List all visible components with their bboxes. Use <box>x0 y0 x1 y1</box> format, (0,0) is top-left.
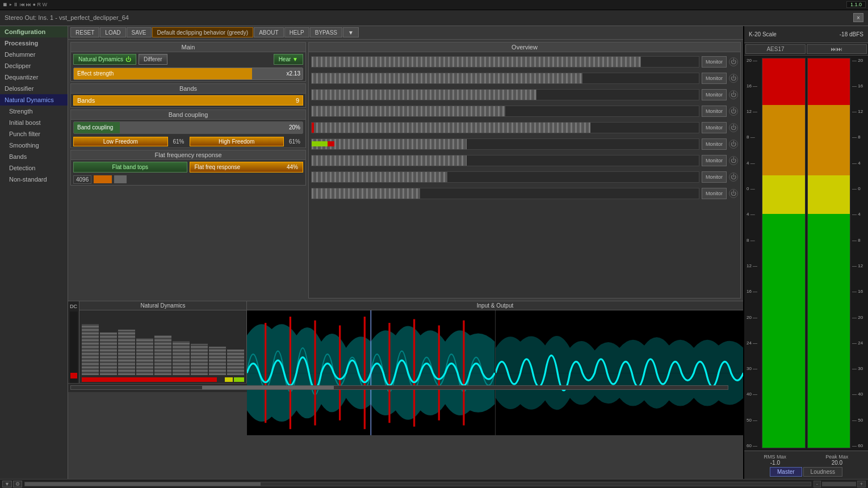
vu-rmark-4-bot: — 4 <box>852 212 866 217</box>
scroll-minus-btn[interactable]: - <box>814 481 821 487</box>
default-button[interactable]: Default declipping behavior (greedy) <box>152 27 254 37</box>
sidebar-item-strength[interactable]: Strength <box>0 106 68 117</box>
vu-rmark-16-bot: — 16 <box>852 289 866 294</box>
monitor-power-9[interactable]: ⏻ <box>729 189 738 198</box>
sidebar-item-dehummer[interactable]: Dehummer <box>0 49 68 60</box>
sidebar-item-delossifier[interactable]: Delossifier <box>0 83 68 94</box>
waveform-left <box>247 310 496 435</box>
nd-green-ind <box>234 377 244 382</box>
overview-row-5: Monitor ⏻ <box>311 120 738 135</box>
differer-button[interactable]: Differer <box>139 54 167 65</box>
sidebar-item-dequantizer[interactable]: Dequantizer <box>0 71 68 83</box>
vu-tab-loudness[interactable]: Loudness <box>803 467 842 477</box>
band-bar-9 <box>311 188 699 199</box>
scrollbar-thumb[interactable] <box>202 386 333 389</box>
monitor-btn-7[interactable]: Monitor <box>702 155 727 166</box>
monitor-power-7[interactable]: ⏻ <box>729 156 738 165</box>
band-bar-8 <box>311 171 699 183</box>
vu-skip-button[interactable]: ⏭⏭ <box>807 44 867 54</box>
natural-dynamics-button[interactable]: Natural Dynamics ⏻ <box>73 54 136 65</box>
vu-mark-40: 40 — <box>747 392 760 397</box>
close-button[interactable]: × <box>853 13 863 22</box>
about-button[interactable]: ABOUT <box>254 27 283 37</box>
overview-section: Overview Monitor ⏻ <box>308 42 741 298</box>
extra-settings-btn[interactable]: ⚙ <box>13 481 22 487</box>
vu-orange-zone-left <box>762 105 805 175</box>
reset-button[interactable]: RESET <box>70 27 99 37</box>
monitor-power-6[interactable]: ⏻ <box>729 140 738 149</box>
natural-dynamics-power-icon[interactable]: ⏻ <box>125 56 131 62</box>
monitor-btn-6[interactable]: Monitor <box>702 138 727 150</box>
band-bar-6 <box>311 138 699 150</box>
load-button[interactable]: LOAD <box>100 27 125 37</box>
vu-rmark-12-bot: — 12 <box>852 263 866 268</box>
nd-bar-8 <box>209 347 226 375</box>
vu-rmark-0: — 0 <box>852 186 866 191</box>
vu-mark-12: 12 — <box>747 109 760 114</box>
sidebar-item-punch-filter[interactable]: Punch filter <box>0 128 68 140</box>
low-freedom-button[interactable]: Low Freedom <box>73 137 168 146</box>
monitor-btn-8[interactable]: Monitor <box>702 171 727 183</box>
plugin-title: Stereo Out: Ins. 1 - vst_perfect_declipp… <box>5 14 129 21</box>
sidebar-section-processing[interactable]: Processing <box>0 37 68 49</box>
waveform-left-overlay <box>247 310 495 435</box>
monitor-btn-5[interactable]: Monitor <box>702 122 727 133</box>
top-menu-bar: RESET LOAD SAVE Default declipping behav… <box>68 26 743 40</box>
sidebar: Configuration Processing Dehummer Declip… <box>0 26 68 479</box>
natural-dynamics-display-title: Natural Dynamics <box>79 301 246 310</box>
zoom-value: 4096 <box>73 175 91 184</box>
monitor-power-8[interactable]: ⏻ <box>729 173 738 182</box>
sidebar-item-natural-dynamics[interactable]: Natural Dynamics <box>0 94 68 106</box>
hear-button[interactable]: Hear ▼ <box>274 54 303 65</box>
monitor-btn-3[interactable]: Monitor <box>702 89 727 100</box>
bands-section: Bands Bands 9 <box>70 83 306 108</box>
zoom-gray-bar <box>114 175 127 183</box>
monitor-power-3[interactable]: ⏻ <box>729 90 738 99</box>
sidebar-item-declipper[interactable]: Declipper <box>0 60 68 71</box>
scrollbar-track[interactable] <box>70 385 728 390</box>
bands-selector[interactable]: Bands 9 <box>73 95 303 106</box>
flat-band-tops-button[interactable]: Flat band tops <box>73 162 187 173</box>
dc-indicator <box>70 373 77 378</box>
monitor-btn-9[interactable]: Monitor <box>702 188 727 199</box>
monitor-power-5[interactable]: ⏻ <box>729 123 738 132</box>
sidebar-item-initial-boost[interactable]: Initial boost <box>0 117 68 128</box>
scroll-plus-btn[interactable]: + <box>857 481 866 487</box>
monitor-btn-4[interactable]: Monitor <box>702 106 727 117</box>
vu-mark-8-bot: 8 — <box>747 238 760 243</box>
sidebar-item-smoothing[interactable]: Smoothing <box>0 140 68 151</box>
extra-button[interactable]: ▼ <box>343 27 359 37</box>
zoom-slider[interactable] <box>822 482 856 486</box>
nd-bar-6 <box>173 341 190 375</box>
monitor-power-4[interactable]: ⏻ <box>729 107 738 116</box>
bypass-button[interactable]: BYPASS <box>310 27 342 37</box>
zoom-orange-bar <box>94 175 112 183</box>
settings-gear-btn[interactable]: ▼ <box>2 481 12 487</box>
save-button[interactable]: SAVE <box>127 27 152 37</box>
overview-title: Overview <box>309 43 740 52</box>
hear-arrow: ▼ <box>292 56 298 62</box>
sidebar-item-configuration[interactable]: Configuration <box>0 26 68 37</box>
high-freedom-button[interactable]: High Freedom <box>190 137 284 146</box>
sidebar-item-non-standard[interactable]: Non-standard <box>0 174 68 185</box>
scrollbar-thumb-main[interactable] <box>25 482 261 486</box>
vu-peak-value: 20.0 <box>825 460 848 466</box>
waveform-svg-left <box>247 310 495 435</box>
monitor-btn-2[interactable]: Monitor <box>702 73 727 84</box>
sidebar-item-bands[interactable]: Bands <box>0 151 68 162</box>
overview-row-7: Monitor ⏻ <box>311 153 738 168</box>
monitor-power-1[interactable]: ⏻ <box>729 57 738 66</box>
hear-label: Hear <box>279 56 291 62</box>
effect-strength-slider[interactable]: Effect strength x2.13 <box>73 68 303 80</box>
monitor-power-2[interactable]: ⏻ <box>729 74 738 83</box>
monitor-btn-1[interactable]: Monitor <box>702 56 727 68</box>
flat-freq-response-button[interactable]: Flat freq response 44% <box>190 162 304 173</box>
vu-db-label: -18 dBFS <box>840 31 863 37</box>
main-scrollbar[interactable] <box>24 482 811 486</box>
band-coupling-slider[interactable]: Band coupling 20% <box>73 121 303 134</box>
sidebar-item-detection[interactable]: Detection <box>0 162 68 174</box>
nd-bar-3 <box>118 330 135 375</box>
vu-tab-master[interactable]: Master <box>770 467 802 477</box>
vu-aes17-button[interactable]: AES17 <box>745 44 806 54</box>
help-button[interactable]: HELP <box>284 27 309 37</box>
